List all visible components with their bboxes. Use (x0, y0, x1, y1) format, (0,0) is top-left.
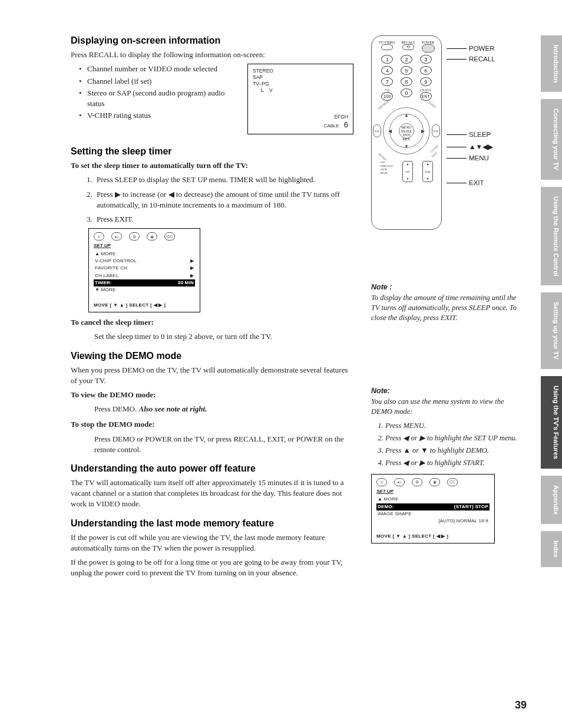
note-step: Press MENU. (385, 421, 518, 431)
tab-connecting[interactable]: Connecting your TV (541, 99, 562, 180)
menu-tab-icon: ⎚ (376, 478, 387, 486)
menu-title: SET UP (94, 243, 195, 249)
menu-title: SET UP (376, 489, 490, 495)
fav-left-button[interactable]: FAV (373, 124, 381, 137)
left-arrow-icon[interactable]: ◀ (388, 129, 392, 134)
demo-note-ref: Also see note at right. (138, 404, 207, 413)
bullet-item: Stereo or SAP (second audio program) aud… (87, 88, 353, 108)
clear-label: CLEAR (429, 144, 439, 153)
tab-tv-features[interactable]: Using the TV's Features (541, 376, 562, 469)
step-item: Press ▶ to increase (or ◀ to decrease) t… (94, 189, 353, 210)
num-6-button[interactable]: 6 (420, 66, 432, 75)
menu-row-highlighted: DEMO:[START] STOP (376, 503, 490, 510)
recall-button[interactable]: ⟲ (402, 44, 414, 50)
tab-setting-up[interactable]: Setting up your TV (541, 292, 562, 369)
menu-tab-icon: ◂♪ (394, 478, 405, 486)
auto-off-body: The TV will automatically turn itself of… (71, 477, 353, 510)
heading-display-info: Displaying on-screen information (71, 35, 353, 46)
remote-diagram: TV/VIDEO RECALL⟲ POWER 1 2 3 4 5 6 7 8 9… (371, 35, 518, 230)
menu-more-up: ▲ MORE (94, 251, 195, 258)
menu-tab-icon: ◉ (429, 478, 440, 486)
tab-appendix[interactable]: Appendix (541, 476, 562, 524)
menu-tab-icon: ◉ (147, 232, 157, 241)
bullet-item: Channel label (if set) (87, 76, 353, 87)
step-item: Press SLEEP to display the SET UP menu. … (94, 174, 353, 185)
menu-more-up: ▲ MORE (376, 496, 490, 503)
demo-sub1: To view the DEMO mode: (71, 390, 353, 400)
demo-stop-text: Press DEMO or POWER on the TV, or press … (71, 434, 353, 455)
num-3-button[interactable]: 3 (420, 55, 432, 64)
menu-enter-button[interactable]: MENU/ ENTER DVD MEN. (399, 123, 414, 139)
note2-heading: Note: (371, 387, 518, 395)
callout-power: POWER (447, 45, 494, 52)
setup-menu-timer: ⎚ ◂♪ ⚙ ◉ CC SET UP ▲ MORE V-CHIP CONTROL… (88, 228, 200, 312)
remote-body: TV/VIDEO RECALL⟲ POWER 1 2 3 4 5 6 7 8 9… (371, 35, 442, 230)
note-step: Press ◀ or ▶ to highlight the SET UP men… (385, 433, 518, 443)
bullet-item: Channel number or VIDEO mode selected (87, 64, 353, 74)
setup-menu-demo: ⎚ ◂♪ ⚙ ◉ CC SET UP ▲ MORE DEMO:[START] S… (371, 474, 495, 543)
menu-footer: MOVE [ ▼ ▲ ] SELECT [ ◀ ▶ ] (94, 302, 195, 308)
demo-sub2: To stop the DEMO mode: (71, 419, 353, 430)
bullet-item: V-CHIP rating status (87, 110, 353, 121)
sleep-sub2: To cancel the sleep timer: (71, 317, 353, 328)
menu-tab-icon: CC (164, 232, 175, 241)
menu-row: CH LABEL▶ (94, 272, 195, 279)
vol-rocker[interactable]: ▲VOL▼ (422, 161, 433, 182)
osd-channel: 6 (344, 120, 348, 129)
sleep-cancel: Set the sleep timer to 0 in step 2 above… (71, 331, 353, 342)
num-9-button[interactable]: 9 (420, 77, 432, 86)
heading-auto-power-off: Understanding the auto power off feature (71, 463, 353, 474)
menu-row: [AUTO] NORMAL 16:9 (376, 518, 490, 525)
menu-tab-icon: ◂♪ (111, 232, 122, 241)
plus10-label: +10 (380, 88, 395, 92)
note1-body: To display the amount of time remaining … (371, 293, 518, 323)
num-7-button[interactable]: 7 (381, 77, 393, 86)
menu-tab-icon: ⚙ (412, 478, 422, 486)
note2-body: You also can use the menu system to view… (371, 397, 518, 417)
menu-tab-icon: ⎚ (94, 232, 104, 241)
menu-tab-icon: CC (447, 478, 458, 486)
fav-right-button[interactable]: FAV (432, 124, 440, 137)
power-button[interactable] (422, 44, 435, 52)
callout-menu: MENU (447, 154, 489, 162)
num-1-button[interactable]: 1 (381, 55, 393, 64)
sleep-label: SLEEP (428, 101, 437, 108)
num-0-button[interactable]: 0 (401, 88, 412, 97)
num-5-button[interactable]: 5 (401, 66, 412, 75)
ch-rocker[interactable]: ▲CH▼ (402, 161, 413, 182)
tab-index[interactable]: Index (541, 531, 562, 567)
callout-sleep: SLEEP (447, 131, 491, 138)
chrtn-label: CH RTN (418, 88, 433, 92)
callout-arrows: ▲▼◀▶ (447, 143, 493, 151)
heading-last-mode: Understanding the last mode memory featu… (71, 518, 353, 529)
page-number: 39 (515, 699, 527, 711)
remote-label-recall: RECALL (401, 41, 415, 44)
display-bullet-list: Channel number or VIDEO mode selected Ch… (71, 64, 353, 121)
last-mode-p1: If the power is cut off while you are vi… (71, 532, 353, 554)
up-arrow-icon[interactable]: ▲ (404, 113, 409, 118)
tab-introduction[interactable]: Introduction (541, 35, 562, 92)
num-4-button[interactable]: 4 (381, 66, 393, 75)
display-intro: Press RECALL to display the following in… (71, 50, 353, 60)
tab-remote-control[interactable]: Using the Remote Control (541, 187, 562, 286)
remote-label-tvvideo: TV/VIDEO (378, 41, 395, 44)
menu-more-down: ▼ MORE (94, 286, 195, 294)
menu-footer: MOVE [ ▼ ▲ ] SELECT [ ◀ ▶ ] (376, 533, 490, 539)
menu-row-highlighted: TIMER:30 MIN (94, 279, 195, 286)
heading-sleep-timer: Setting the sleep timer (71, 146, 353, 157)
num-8-button[interactable]: 8 (401, 77, 412, 86)
tv-video-button[interactable] (381, 44, 393, 50)
sleep-sub1: To set the sleep timer to automatically … (71, 160, 353, 171)
note-step: Press ▲ or ▼ to highlight DEMO. (385, 446, 518, 456)
down-arrow-icon[interactable]: ▼ (404, 144, 409, 149)
ent-button[interactable]: ENT (420, 92, 432, 101)
osd-cable: CABLE (324, 123, 339, 129)
menu-row: V-CHIP CONTROL▶ (94, 258, 195, 265)
menu-row: IMAGE SHAPE (376, 510, 490, 518)
callout-recall: RECALL (447, 55, 495, 62)
demo-intro: When you press DEMO on the TV, the TV wi… (71, 365, 353, 386)
note-step: Press ◀ or ▶ to highlight START. (385, 458, 518, 468)
num-2-button[interactable]: 2 (401, 55, 412, 64)
step-item: Press EXIT. (94, 214, 353, 225)
right-arrow-icon[interactable]: ▶ (421, 129, 425, 134)
